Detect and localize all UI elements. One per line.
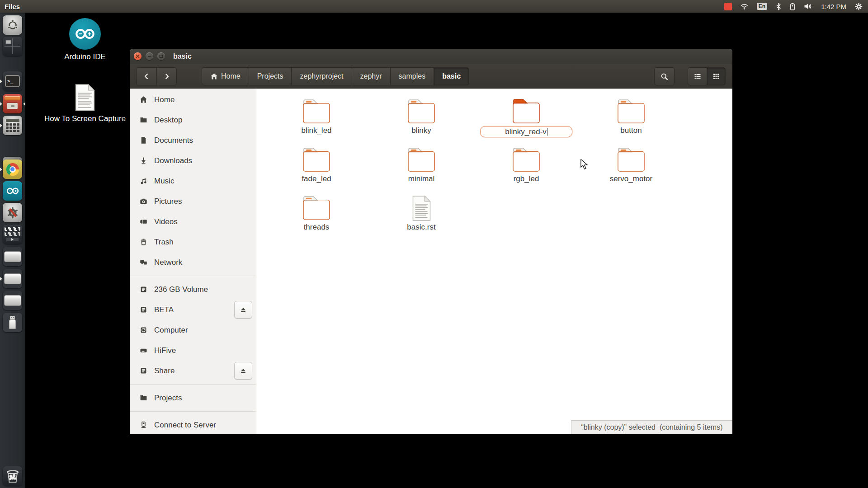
folder-icon (301, 99, 332, 125)
window-minimize-button[interactable] (146, 52, 153, 60)
file-item[interactable]: blinky (369, 99, 474, 147)
rename-input[interactable]: blinky_red-v (480, 126, 572, 137)
folder-icon (406, 99, 437, 125)
keyboard-layout-indicator[interactable]: En (757, 3, 767, 10)
file-item-renaming[interactable]: blinky_red-v (474, 99, 579, 147)
clock[interactable]: 1:42 PM (821, 3, 846, 10)
sidebar-item-hifive[interactable]: HiFive (130, 340, 256, 361)
sidebar-item-network[interactable]: Network (130, 252, 256, 272)
top-panel: Files En 1:42 PM (0, 0, 868, 13)
sidebar-item-videos[interactable]: Videos (130, 211, 256, 232)
harddrive-launcher-2[interactable] (3, 269, 22, 288)
files-window: basic Home Projects zephyrproject zephyr (130, 49, 732, 434)
file-item[interactable]: threads (264, 195, 369, 244)
calculator-launcher[interactable] (3, 116, 22, 135)
sidebar-item-pictures[interactable]: Pictures (130, 191, 256, 211)
breadcrumb-samples[interactable]: samples (390, 67, 434, 85)
search-button[interactable] (654, 67, 675, 85)
terminal-launcher[interactable]: >_ (3, 71, 22, 91)
chevron-right-icon (163, 73, 170, 80)
harddrive-icon (4, 295, 21, 306)
sidebar-item-desktop[interactable]: Desktop (130, 110, 256, 130)
search-icon (660, 73, 668, 80)
file-item[interactable]: servo_motor (579, 147, 684, 195)
breadcrumb-zephyr[interactable]: zephyr (352, 67, 390, 85)
storage-chip-icon (140, 306, 147, 314)
home-icon (210, 73, 218, 80)
grid-view-button[interactable] (707, 67, 726, 85)
file-cabinet-icon (5, 96, 20, 100)
desktop-icon-label: How To Screen Capture (44, 114, 126, 123)
file-item[interactable]: fade_led (264, 147, 369, 195)
app-menu-title[interactable]: Files (0, 3, 20, 10)
sidebar-item-downloads[interactable]: Downloads (130, 150, 256, 171)
sidebar-item-projects[interactable]: Projects (130, 388, 256, 408)
window-close-button[interactable] (134, 52, 142, 60)
window-toolbar: Home Projects zephyrproject zephyr sampl… (130, 64, 732, 89)
sidebar-item-connect-to-server[interactable]: Connect to Server (130, 415, 256, 434)
file-item[interactable]: basic.rst (369, 195, 474, 244)
file-item[interactable]: minimal (369, 147, 474, 195)
file-item[interactable]: rgb_led (474, 147, 579, 195)
usb-drive-launcher[interactable] (3, 313, 22, 332)
harddrive-launcher-3[interactable] (3, 291, 22, 310)
sidebar-item-trash[interactable]: Trash (130, 232, 256, 252)
recording-indicator-icon[interactable] (724, 3, 732, 10)
eject-button[interactable] (234, 362, 252, 380)
status-text: “blinky (copy)” selected (containing 5 i… (581, 423, 722, 432)
file-view[interactable]: blink_led blinky blinky_red-v b (256, 89, 732, 434)
battery-icon[interactable] (790, 3, 795, 10)
forward-button[interactable] (156, 67, 177, 85)
bluetooth-icon[interactable] (776, 3, 781, 10)
sidebar-item-volume-236gb[interactable]: 236 GB Volume (130, 279, 256, 300)
file-item[interactable]: blink_led (264, 99, 369, 147)
harddrive-launcher-1[interactable] (3, 247, 22, 266)
trash-launcher[interactable] (3, 466, 22, 486)
back-button[interactable] (136, 67, 156, 85)
window-maximize-button[interactable] (157, 52, 165, 60)
desktop-icon-howto[interactable]: How To Screen Capture (47, 84, 123, 123)
arduino-launcher[interactable] (3, 181, 22, 201)
breadcrumb-projects[interactable]: Projects (249, 67, 292, 85)
harddrive-icon (4, 273, 21, 284)
clapperboard-icon (3, 227, 22, 244)
breadcrumb-zephyrproject[interactable]: zephyrproject (291, 67, 351, 85)
chrome-launcher[interactable] (3, 160, 22, 179)
sidebar-item-computer[interactable]: Computer (130, 320, 256, 340)
file-item[interactable]: button (579, 99, 684, 147)
storage-chip-icon (140, 367, 147, 375)
camera-icon (140, 197, 147, 205)
sidebar-item-beta[interactable]: BETA (130, 300, 256, 320)
volume-icon[interactable] (804, 3, 812, 10)
eject-button[interactable] (234, 301, 252, 319)
folder-icon (301, 147, 332, 173)
computer-disk-icon (140, 326, 147, 334)
sidebar-item-documents[interactable]: Documents (130, 130, 256, 150)
music-notes-icon (140, 177, 147, 185)
breadcrumb-home[interactable]: Home (202, 67, 249, 85)
system-tools-launcher[interactable] (3, 203, 22, 222)
breadcrumb-basic[interactable]: basic (434, 67, 469, 85)
list-view-button[interactable] (688, 67, 707, 85)
sidebar-item-share[interactable]: Share (130, 361, 256, 381)
workspace-switcher-button[interactable] (3, 37, 22, 56)
download-arrow-icon (140, 157, 147, 164)
sidebar-item-home[interactable]: Home (130, 89, 256, 110)
places-sidebar: Home Desktop Documents Downloads Music (130, 89, 256, 434)
files-launcher[interactable] (3, 94, 22, 113)
dash-home-button[interactable] (3, 15, 22, 35)
folder-icon (510, 147, 542, 173)
grid-view-icon (712, 73, 720, 80)
sidebar-separator (130, 411, 256, 412)
session-gear-icon[interactable] (855, 3, 863, 10)
window-title: basic (173, 52, 192, 61)
window-titlebar[interactable]: basic (130, 49, 732, 64)
text-caret (547, 128, 547, 136)
mouse-cursor (580, 159, 589, 170)
wifi-icon[interactable] (741, 3, 748, 10)
desktop-icon-arduino[interactable]: Arduino IDE (47, 18, 123, 61)
drive-icon (140, 347, 147, 354)
sidebar-item-music[interactable]: Music (130, 171, 256, 191)
chrome-icon (6, 163, 19, 176)
video-editor-launcher[interactable] (3, 225, 22, 244)
